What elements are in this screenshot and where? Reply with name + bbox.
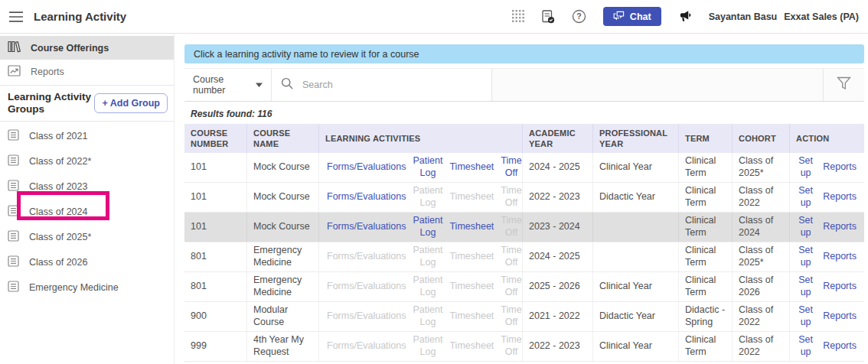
set-up-link[interactable]: Set up (798, 275, 814, 298)
time-off-link: Time Off (501, 275, 521, 298)
course-name-cell: Emergency Medicine (247, 242, 319, 271)
set-up-link[interactable]: Set up (798, 155, 814, 179)
reports-link[interactable]: Reports (823, 310, 857, 323)
help-icon[interactable]: ? (572, 9, 586, 24)
user-menu[interactable]: Sayantan Basu Exxat Sales (PA) (709, 11, 859, 22)
forms-evaluations-link[interactable]: Forms/Evaluations (327, 221, 406, 233)
group-label: Class of 2026 (29, 257, 87, 268)
learning-activities-cell: Forms/Evaluations Patient Log Timesheet … (319, 242, 523, 271)
learning-activities-cell: Forms/Evaluations Patient Log Timesheet … (319, 332, 523, 361)
svg-text:?: ? (576, 11, 581, 21)
course-name-cell: Mock Course (247, 213, 319, 242)
table-row: 101 Mock Course Forms/Evaluations Patien… (184, 153, 864, 183)
reports-link[interactable]: Reports (823, 281, 857, 293)
course-number-cell: 101 (184, 153, 247, 182)
reports-link[interactable]: Reports (823, 191, 857, 203)
set-up-link[interactable]: Set up (798, 215, 814, 239)
time-off-link[interactable]: Time Off (501, 155, 521, 179)
document-check-icon[interactable] (542, 10, 555, 24)
group-label: Class of 2021 (29, 131, 87, 141)
set-up-link[interactable]: Set up (798, 334, 814, 358)
academic-year-cell: 2022 - 2023 (523, 332, 593, 361)
forms-evaluations-link: Forms/Evaluations (327, 340, 406, 353)
hamburger-menu-icon[interactable] (9, 11, 23, 22)
group-label: Class of 2022* (29, 156, 91, 167)
academic-year-cell: 2024 - 2025 (523, 242, 593, 271)
cohort-cell: Class of 2025* (733, 153, 790, 182)
group-label: Emergency Medicine (29, 282, 119, 293)
sidebar-group-item[interactable]: Class of 2022* (0, 148, 174, 174)
table-row: 999 4th Year My Request Forms/Evaluation… (184, 332, 864, 362)
patient-log-link: Patient Log (413, 245, 443, 268)
column-header: ACTION (790, 124, 864, 153)
search-field (272, 69, 491, 101)
results-count: Results found: 116 (191, 109, 864, 119)
cohort-cell: Class of 2022 (733, 183, 790, 212)
chart-icon (8, 65, 21, 79)
patient-log-link[interactable]: Patient Log (413, 215, 443, 239)
forms-evaluations-link: Forms/Evaluations (327, 251, 406, 263)
professional-year-cell: Didactic Year (593, 183, 679, 212)
action-cell: Set up Reports (790, 302, 864, 331)
reports-link[interactable]: Reports (823, 251, 857, 263)
chat-button-label: Chat (630, 11, 651, 22)
sidebar-group-item[interactable]: Class of 2023 (0, 174, 174, 199)
sidebar-item-course-offerings[interactable]: Course Offerings (0, 36, 174, 60)
search-input[interactable] (301, 79, 482, 91)
sidebar-group-item[interactable]: Class of 2024 (0, 199, 174, 224)
forms-evaluations-link: Forms/Evaluations (327, 310, 406, 323)
sidebar-group-item[interactable]: Class of 2021 (0, 123, 174, 148)
professional-year-cell (593, 242, 679, 271)
time-off-link: Time Off (501, 334, 521, 358)
search-field-dropdown[interactable]: Course number (184, 69, 272, 101)
set-up-link[interactable]: Set up (798, 304, 814, 328)
term-cell: Clinical Term (679, 213, 733, 242)
action-cell: Set up Reports (790, 272, 864, 301)
sidebar: Course Offerings Reports Learning Activi… (0, 34, 175, 364)
books-icon (8, 41, 21, 55)
timesheet-link[interactable]: Timesheet (449, 221, 494, 233)
list-icon (8, 281, 19, 294)
forms-evaluations-link: Forms/Evaluations (327, 281, 406, 293)
reports-link[interactable]: Reports (823, 221, 857, 233)
learning-activities-cell: Forms/Evaluations Patient Log Timesheet … (319, 213, 523, 242)
course-number-cell: 101 (184, 213, 247, 242)
professional-year-cell: Clinical Year (593, 332, 679, 361)
academic-year-cell: 2023 - 2024 (523, 213, 593, 242)
table-row: 101 Mock Course Forms/Evaluations Patien… (184, 183, 864, 213)
table-row: 900 Modular Course Forms/Evaluations Pat… (184, 302, 864, 332)
reports-link[interactable]: Reports (823, 161, 857, 174)
filter-button[interactable] (823, 69, 864, 101)
list-icon (8, 205, 19, 219)
timesheet-link: Timesheet (449, 310, 494, 323)
sidebar-group-item[interactable]: Emergency Medicine (0, 275, 174, 300)
cohort-cell: Class of 2024 (733, 213, 790, 242)
course-number-cell: 999 (184, 332, 247, 361)
cohort-cell: Class of 2022 (733, 332, 790, 361)
user-organization: Exxat Sales (PA) (784, 11, 859, 22)
chat-button[interactable]: Chat (603, 7, 661, 26)
timesheet-link[interactable]: Timesheet (449, 161, 494, 174)
sidebar-item-reports[interactable]: Reports (0, 60, 174, 83)
timesheet-link: Timesheet (449, 340, 494, 353)
learning-activities-cell: Forms/Evaluations Patient Log Timesheet … (319, 302, 523, 331)
column-header: COURSE NUMBER (184, 124, 247, 153)
academic-year-cell: 2021 - 2022 (523, 302, 593, 331)
sidebar-group-item[interactable]: Class of 2026 (0, 249, 174, 275)
set-up-link[interactable]: Set up (798, 185, 814, 209)
add-group-button[interactable]: + Add Group (94, 93, 168, 113)
patient-log-link: Patient Log (413, 275, 443, 298)
course-name-cell: Emergency Medicine (247, 272, 319, 301)
column-header: COHORT (733, 124, 790, 153)
list-icon (8, 180, 19, 193)
apps-grid-icon[interactable] (512, 10, 525, 23)
megaphone-icon[interactable] (678, 10, 692, 23)
forms-evaluations-link[interactable]: Forms/Evaluations (327, 161, 406, 174)
patient-log-link[interactable]: Patient Log (413, 155, 443, 179)
sidebar-group-item[interactable]: Class of 2025* (0, 224, 174, 249)
chat-icon (613, 11, 625, 23)
reports-link[interactable]: Reports (823, 340, 857, 353)
forms-evaluations-link[interactable]: Forms/Evaluations (327, 191, 406, 203)
set-up-link[interactable]: Set up (798, 245, 814, 268)
table-body: 101 Mock Course Forms/Evaluations Patien… (184, 153, 864, 362)
